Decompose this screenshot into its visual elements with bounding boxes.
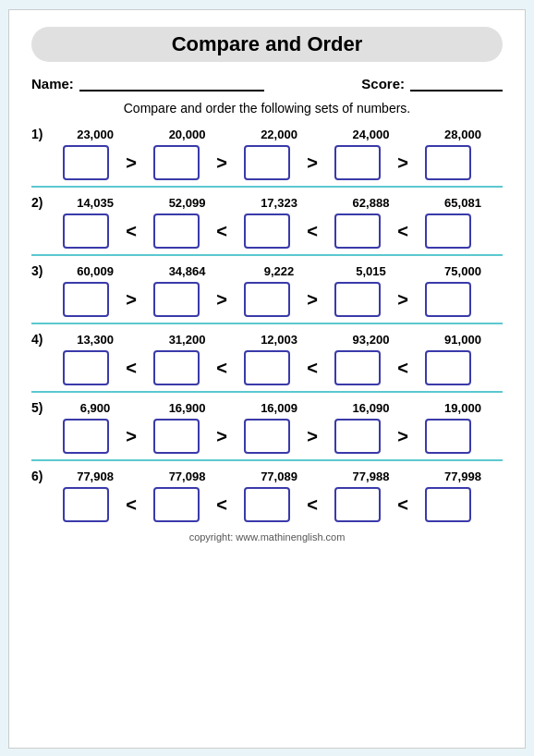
answer-box-6-2[interactable] <box>153 487 200 522</box>
answer-box-5-2[interactable] <box>153 419 200 454</box>
answer-box-3-4[interactable] <box>334 282 381 317</box>
page-title: Compare and Order <box>50 32 484 56</box>
operator-3-1: > <box>118 289 144 311</box>
number-4-1: 13,300 <box>55 333 135 347</box>
divider-2 <box>31 254 503 256</box>
problem-num-3: 3) <box>31 263 55 278</box>
number-3-3: 9,222 <box>239 264 319 278</box>
operator-1-4: > <box>390 152 416 174</box>
operator-2-1: < <box>118 221 144 242</box>
operator-4-4: < <box>390 358 416 379</box>
answer-box-1-2[interactable] <box>153 145 200 180</box>
answer-box-4-4[interactable] <box>334 350 381 385</box>
problem-3: 3)60,00934,8649,2225,01575,000>>>> <box>31 263 503 324</box>
divider-3 <box>31 323 503 324</box>
answer-box-3-2[interactable] <box>153 282 200 317</box>
answer-box-2-5[interactable] <box>425 213 471 249</box>
number-5-3: 16,009 <box>239 401 319 415</box>
operator-2-4: < <box>390 221 416 242</box>
divider-4 <box>31 391 503 393</box>
answer-box-1-1[interactable] <box>63 145 109 180</box>
operator-6-1: < <box>118 494 144 516</box>
problem-num-5: 5) <box>31 400 55 415</box>
worksheet-page: Compare and Order Name: Score: Compare a… <box>8 9 526 749</box>
answer-box-6-5[interactable] <box>425 487 471 522</box>
operator-1-3: > <box>299 152 325 174</box>
answer-box-2-4[interactable] <box>334 213 381 249</box>
answer-box-4-3[interactable] <box>244 350 290 385</box>
number-5-5: 19,000 <box>423 401 503 415</box>
number-3-5: 75,000 <box>423 264 503 278</box>
answer-box-3-3[interactable] <box>244 282 290 317</box>
operator-1-1: > <box>118 152 144 174</box>
number-4-4: 93,200 <box>331 333 410 347</box>
operator-2-2: < <box>209 221 235 242</box>
number-2-4: 62,888 <box>331 196 410 210</box>
number-5-4: 16,090 <box>331 401 410 415</box>
answer-box-1-3[interactable] <box>244 145 290 180</box>
operator-6-4: < <box>390 494 416 516</box>
number-4-5: 91,000 <box>423 333 503 347</box>
score-underline[interactable] <box>410 75 503 91</box>
answer-box-1-4[interactable] <box>334 145 381 180</box>
number-5-1: 6,900 <box>55 401 135 415</box>
copyright: copyright: www.mathinenglish.com <box>31 531 503 543</box>
answer-box-6-1[interactable] <box>63 487 109 522</box>
answer-box-2-1[interactable] <box>63 213 109 249</box>
operator-6-2: < <box>209 494 235 516</box>
problem-num-6: 6) <box>31 469 55 483</box>
operator-5-1: > <box>118 426 144 447</box>
instructions: Compare and order the following sets of … <box>31 101 503 116</box>
answer-box-4-2[interactable] <box>153 350 200 385</box>
answer-box-6-3[interactable] <box>244 487 290 522</box>
answer-box-5-5[interactable] <box>425 419 471 454</box>
operator-5-4: > <box>390 426 416 447</box>
problem-5: 5)6,90016,90016,00916,09019,000>>>> <box>31 400 503 461</box>
operator-3-3: > <box>299 289 325 311</box>
number-2-2: 52,099 <box>147 196 226 210</box>
divider-1 <box>31 186 503 188</box>
number-6-4: 77,988 <box>331 469 410 483</box>
name-score-row: Name: Score: <box>31 75 503 91</box>
problem-num-4: 4) <box>31 332 55 347</box>
number-1-3: 22,000 <box>239 128 319 141</box>
operator-1-2: > <box>209 152 235 174</box>
answer-box-4-1[interactable] <box>63 350 109 385</box>
number-1-5: 28,000 <box>423 128 503 141</box>
number-1-4: 24,000 <box>331 128 410 141</box>
answer-box-4-5[interactable] <box>425 350 471 385</box>
number-1-2: 20,000 <box>147 128 226 141</box>
number-2-1: 14,035 <box>55 196 135 210</box>
answer-box-6-4[interactable] <box>334 487 381 522</box>
operator-4-1: < <box>118 358 144 379</box>
answer-box-5-1[interactable] <box>63 419 109 454</box>
problems-container: 1)23,00020,00022,00024,00028,000>>>>2)14… <box>31 127 503 522</box>
number-6-5: 77,998 <box>423 469 503 483</box>
number-4-2: 31,200 <box>147 333 226 347</box>
number-3-1: 60,009 <box>55 264 135 278</box>
answer-box-3-1[interactable] <box>63 282 109 317</box>
number-1-1: 23,000 <box>55 128 135 141</box>
problem-num-1: 1) <box>31 127 55 141</box>
answer-box-3-5[interactable] <box>425 282 471 317</box>
operator-6-3: < <box>299 494 325 516</box>
answer-box-5-4[interactable] <box>334 419 381 454</box>
answer-box-1-5[interactable] <box>425 145 471 180</box>
operator-2-3: < <box>299 221 325 242</box>
score-label: Score: <box>361 76 405 91</box>
answer-box-2-2[interactable] <box>153 213 200 249</box>
score-field: Score: <box>361 75 503 91</box>
number-4-3: 12,003 <box>239 333 319 347</box>
number-6-2: 77,098 <box>147 469 226 483</box>
divider-5 <box>31 459 503 461</box>
answer-box-2-3[interactable] <box>244 213 290 249</box>
number-3-4: 5,015 <box>331 264 410 278</box>
operator-3-2: > <box>209 289 235 311</box>
answer-box-5-3[interactable] <box>244 419 290 454</box>
number-5-2: 16,900 <box>147 401 226 415</box>
number-6-1: 77,908 <box>55 469 135 483</box>
number-2-3: 17,323 <box>239 196 319 210</box>
name-underline[interactable] <box>79 75 264 91</box>
title-bar: Compare and Order <box>31 27 503 62</box>
operator-4-3: < <box>299 358 325 379</box>
